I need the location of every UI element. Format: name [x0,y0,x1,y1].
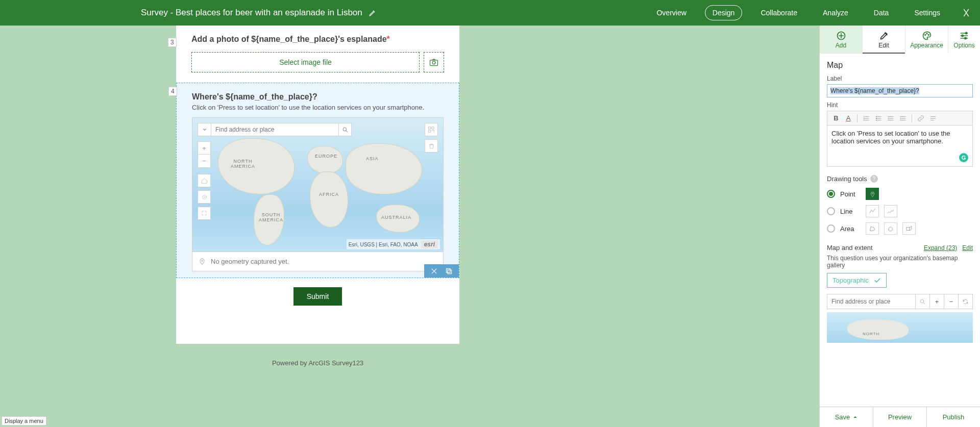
nav-design[interactable]: Design [705,5,743,20]
radio-point[interactable] [827,190,835,198]
status-tooltip: Display a menu [2,416,46,425]
camera-icon [429,57,439,67]
svg-point-18 [876,116,876,116]
area-smart[interactable] [902,222,916,235]
hint-textarea[interactable]: Click on 'Press to set location' to use … [827,125,973,167]
extent-refresh[interactable] [958,294,972,309]
search-dropdown-toggle[interactable] [198,123,211,136]
ul-button[interactable] [873,113,884,124]
qr-button[interactable] [425,123,438,136]
edit-title-icon[interactable] [369,9,377,17]
font-color-button[interactable]: A [843,113,854,124]
nav-settings[interactable]: Settings [907,6,947,20]
svg-point-15 [966,32,967,34]
continent-eu: EUROPE [315,154,337,159]
tool-area-row[interactable]: Area [827,222,973,235]
clear-format-icon [929,115,937,122]
help-icon[interactable]: ? [870,175,878,183]
link-button[interactable] [915,113,926,124]
nav-overview[interactable]: Overview [649,6,693,20]
locate-button[interactable] [198,190,211,204]
close-icon[interactable] [430,267,438,275]
continent-af: AFRICA [319,192,339,197]
palette-icon [922,31,932,41]
map-search-input[interactable] [211,123,338,136]
tool-point-row[interactable]: Point [827,188,973,200]
tab-add[interactable]: Add [820,26,863,54]
bold-button[interactable]: B [830,113,842,124]
svg-point-2 [343,128,347,131]
svg-point-12 [924,34,925,35]
unordered-list-icon [875,115,882,122]
link-icon [917,115,924,122]
tab-edit[interactable]: Edit [863,26,905,54]
label-input[interactable]: Where's ${name_of_the_place}? [827,84,973,97]
duplicate-icon[interactable] [445,267,453,275]
area-polygon[interactable] [866,222,879,235]
refresh-icon [962,298,969,305]
svg-point-23 [920,299,924,303]
svg-point-13 [926,33,927,34]
delete-button[interactable] [425,139,438,153]
nav-collaborate[interactable]: Collaborate [753,6,804,20]
svg-point-8 [202,260,203,261]
clear-format-button[interactable] [927,113,939,124]
nav-data[interactable]: Data [867,6,896,20]
check-icon [874,277,881,284]
properties-panel: Add Edit Appearance Options Map Label Wh… [819,26,980,427]
tool-line-row[interactable]: Line [827,205,973,217]
extent-zoom-out[interactable]: − [944,294,958,309]
extent-preview-map[interactable]: NORTH [827,312,973,343]
locate-icon [201,194,208,200]
extent-search-input[interactable] [827,294,915,309]
zoom-in-button[interactable]: + [198,141,211,155]
radio-area[interactable] [827,224,835,233]
question-3[interactable]: 3 Add a photo of ${name_of_the_place}'s … [176,26,459,78]
smart-polygon-icon [905,225,913,232]
panel-footer: Save Preview Publish [820,407,980,427]
nav-analyze[interactable]: Analyze [816,6,855,20]
basemap-selector[interactable]: Topographic [827,273,887,288]
qr-icon [428,126,435,133]
q4-label: Where's ${name_of_the_place}? [192,92,444,102]
question-4-selected[interactable]: 4 Where's ${name_of_the_place}? Click on… [176,83,459,278]
q4-hint: Click on 'Press to set location' to use … [192,104,444,111]
grammarly-icon[interactable]: G [959,153,968,162]
submit-button[interactable]: Submit [293,287,342,306]
save-button[interactable]: Save [820,407,873,427]
svg-point-14 [928,34,929,35]
svg-point-7 [204,196,204,197]
outdent-button[interactable] [885,113,896,124]
tab-appearance[interactable]: Appearance [905,26,948,54]
edit-extent-link[interactable]: Edit [962,244,973,252]
question-number-3: 3 [168,38,177,47]
select-image-button[interactable]: Select image file [191,52,420,72]
zoom-out-button[interactable]: − [198,155,211,168]
extent-search-button[interactable] [915,294,929,309]
tools-icon[interactable] [962,8,971,17]
camera-button[interactable] [424,52,444,72]
pin-icon [199,258,206,265]
point-shape-pin[interactable] [866,188,879,200]
preview-button[interactable]: Preview [873,407,927,427]
fullscreen-button[interactable] [198,207,211,220]
mini-map-label: NORTH [863,332,879,336]
radio-line[interactable] [827,207,835,215]
extent-zoom-in[interactable]: + [929,294,944,309]
indent-icon [899,115,906,122]
outdent-icon [887,115,894,122]
map-search-button[interactable] [338,123,352,136]
area-freehand[interactable] [884,222,897,235]
chevron-down-icon [202,127,207,132]
label-field-label: Label [827,75,973,82]
indent-button[interactable] [897,113,909,124]
publish-button[interactable]: Publish [927,407,980,427]
ol-button[interactable] [861,113,872,124]
home-button[interactable] [198,174,211,187]
expand-link[interactable]: Expand (23) [924,244,957,252]
line-straight[interactable] [866,205,879,217]
line-freehand[interactable] [884,205,897,217]
svg-point-1 [432,61,435,64]
map-canvas[interactable]: NORTH AMERICA SOUTH AMERICA EUROPE AFRIC… [192,118,443,252]
tab-options[interactable]: Options [948,26,980,54]
